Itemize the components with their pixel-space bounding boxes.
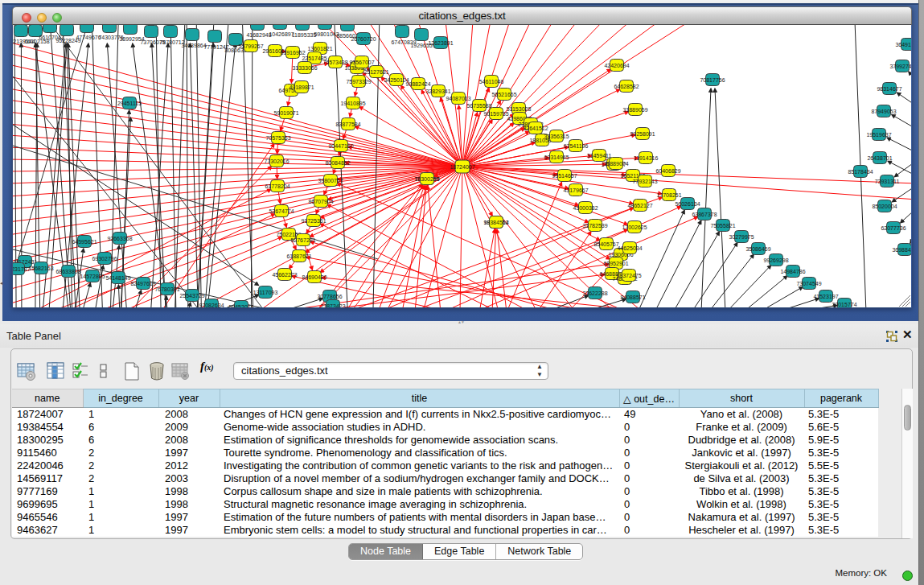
svg-text:14572805: 14572805 [80,274,105,279]
svg-text:64595621: 64595621 [72,239,97,245]
svg-text:11914316: 11914316 [634,155,659,161]
svg-text:69302796: 69302796 [92,256,117,262]
svg-text:98314677: 98314677 [877,86,901,92]
svg-text:41231787: 41231787 [13,266,31,272]
svg-text:59019071: 59019071 [273,110,298,116]
svg-text:90159735: 90159735 [483,111,508,117]
svg-text:34639864: 34639864 [181,43,206,48]
svg-text:32641512: 32641512 [523,126,548,131]
svg-text:75973329: 75973329 [346,79,371,84]
svg-text:83877584: 83877584 [335,122,360,127]
svg-text:85405767: 85405767 [593,241,618,247]
svg-text:52674774: 52674774 [269,208,294,214]
svg-text:84690420: 84690420 [302,274,326,280]
svg-text:62077736: 62077736 [881,225,906,231]
svg-text:67541196: 67541196 [564,143,589,149]
svg-text:99514657: 99514657 [552,173,577,179]
svg-text:19519637: 19519637 [866,132,891,138]
svg-text:55799267: 55799267 [238,43,263,49]
svg-text:51153028: 51153028 [507,106,532,112]
svg-text:91725361: 91725361 [301,218,326,224]
svg-text:84088571: 84088571 [620,295,645,300]
svg-text:15682163: 15682163 [28,266,53,271]
svg-text:97082634: 97082634 [199,303,224,308]
svg-text:85020004: 85020004 [872,204,897,209]
svg-text:63867378: 63867378 [692,212,717,217]
svg-text:56026134: 56026134 [675,201,700,207]
svg-text:75889074: 75889074 [603,161,628,167]
svg-text:17708251: 17708251 [656,192,681,198]
svg-text:20015774: 20015774 [832,302,856,307]
svg-text:87949053: 87949053 [871,109,896,114]
svg-text:25127631: 25127631 [363,69,388,75]
svg-text:60314945: 60314945 [544,154,569,160]
svg-text:99269298: 99269298 [763,257,788,263]
svg-text:14984786: 14984786 [780,269,805,274]
svg-text:61778204: 61778204 [265,183,290,189]
svg-text:70817756: 70817756 [700,77,725,83]
svg-text:41523197: 41523197 [813,294,838,299]
svg-text:43000382: 43000382 [573,205,598,211]
svg-text:75055821: 75055821 [710,223,735,229]
svg-text:54148149: 54148149 [105,275,130,281]
svg-text:77932143: 77932143 [632,179,657,184]
svg-text:76573438: 76573438 [322,60,347,65]
svg-text:12623891: 12623891 [428,40,453,46]
svg-text:73074549: 73074549 [796,281,821,286]
svg-text:90447160: 90447160 [328,143,353,149]
svg-text:80084852: 80084852 [325,160,350,166]
svg-text:11895335: 11895335 [292,32,317,38]
svg-text:45662273: 45662273 [272,272,297,278]
svg-text:13601821: 13601821 [307,46,332,51]
svg-text:31459411: 31459411 [587,153,612,159]
svg-text:68633808: 68633808 [55,269,80,274]
svg-text:54611046: 54611046 [479,79,504,84]
svg-text:25543729: 25543729 [179,293,204,299]
svg-text:26760720: 26760720 [351,36,376,42]
svg-text:56521665: 56521665 [491,92,516,97]
svg-text:36491545: 36491545 [895,42,911,47]
svg-text:49189871: 49189871 [289,84,314,90]
svg-text:31782539: 31782539 [582,223,607,229]
svg-text:33356315: 33356315 [544,134,569,139]
svg-text:31889059: 31889059 [622,107,647,113]
svg-text:31333066: 31333066 [292,65,317,71]
svg-text:73931311: 73931311 [875,179,900,184]
svg-text:98372475: 98372475 [616,273,641,278]
svg-text:37992746: 37992746 [889,64,911,69]
svg-text:56735588: 56735588 [466,103,491,109]
svg-text:60406829: 60406829 [655,168,680,174]
svg-text:77302016: 77302016 [264,159,289,164]
svg-text:47749676: 47749676 [76,35,101,40]
svg-text:30279975: 30279975 [729,234,754,240]
svg-text:92663368: 92663368 [107,236,132,241]
svg-text:89258091: 89258091 [630,131,655,137]
svg-text:94087013: 94087013 [446,96,470,101]
svg-text:30778656: 30778656 [317,294,342,299]
svg-text:19410895: 19410895 [340,101,365,106]
svg-text:85178434: 85178434 [848,169,873,175]
svg-text:42420694: 42420694 [604,63,629,68]
svg-text:31622288: 31622288 [582,290,607,296]
svg-text:41682948: 41682948 [246,32,271,38]
svg-text:81916952: 81916952 [280,50,305,56]
svg-text:32829341: 32829341 [425,89,450,94]
svg-text:29451115: 29451115 [117,101,142,106]
svg-text:52767291: 52767291 [290,237,315,243]
svg-text:99882424: 99882424 [405,81,430,87]
svg-text:17002625: 17002625 [622,225,647,230]
svg-text:36988423: 36988423 [892,247,911,253]
svg-text:43179667: 43179667 [563,187,588,193]
svg-text:68952901: 68952901 [603,261,628,266]
svg-text:64628582: 64628582 [614,84,639,89]
svg-text:21873423: 21873423 [320,303,345,309]
svg-text:44625034: 44625034 [617,245,642,251]
svg-text:86707904: 86707904 [308,199,333,204]
svg-text:76780341: 76780341 [154,286,179,292]
svg-text:59801043: 59801043 [314,31,339,37]
svg-text:82497619: 82497619 [130,281,155,286]
svg-text:48652127: 48652127 [627,203,652,208]
svg-text:19384554: 19384554 [483,220,508,225]
svg-text:61887671: 61887671 [286,253,311,259]
svg-text:26438701: 26438701 [867,155,892,161]
